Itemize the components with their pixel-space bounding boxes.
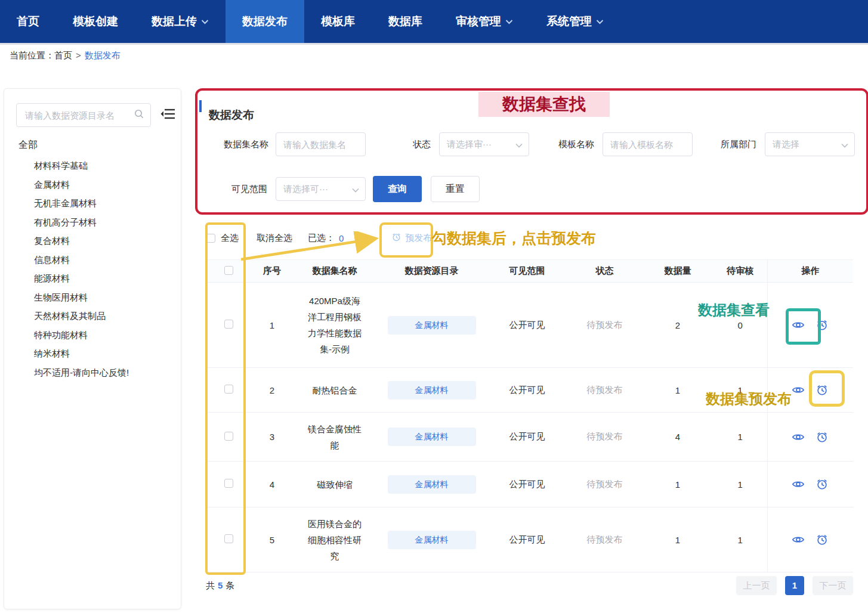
cell-actions [767, 283, 853, 368]
cell-actions [767, 368, 853, 413]
cell-catalog: 金属材料 [376, 368, 487, 413]
total-count-value: 5 [218, 580, 223, 590]
visibility-label: 可见范围 [223, 177, 267, 201]
cell-catalog: 金属材料 [376, 413, 487, 462]
chevron-down-icon [505, 19, 513, 24]
prev-page-button[interactable]: 上一页 [736, 576, 777, 595]
tree-item-all[interactable]: 全部 [18, 139, 181, 151]
alarm-clock-icon [816, 478, 829, 491]
cell-status: 待预发布 [567, 283, 642, 368]
catalog-search-input[interactable] [24, 110, 134, 121]
prerelease-row-button[interactable] [816, 533, 829, 546]
cell-index: 1 [251, 283, 293, 368]
nav-item-data-publish[interactable]: 数据发布 [226, 0, 304, 43]
header-checkbox[interactable] [224, 266, 233, 275]
cell-count: 4 [642, 413, 713, 462]
nav-label: 数据库 [388, 14, 422, 29]
cell-dataset-name: 镁合金腐蚀性能 [293, 413, 376, 462]
nav-item-database[interactable]: 数据库 [372, 0, 439, 43]
tree-item[interactable]: 均不适用-请向中心反馈! [18, 363, 181, 382]
search-button[interactable]: 查询 [373, 176, 422, 202]
catalog-search-box [16, 103, 151, 127]
page-title: 数据发布 [209, 107, 254, 123]
nav-item-review-management[interactable]: 审核管理 [439, 0, 530, 43]
tree-item[interactable]: 纳米材料 [18, 344, 181, 363]
next-page-button[interactable]: 下一页 [813, 576, 853, 595]
row-checkbox[interactable] [224, 479, 233, 488]
nav-item-system-management[interactable]: 系统管理 [530, 0, 620, 43]
alarm-clock-icon [816, 318, 829, 332]
chevron-down-icon [596, 19, 604, 24]
cell-actions [767, 507, 853, 572]
col-header-index: 序号 [251, 260, 293, 283]
catalog-sidebar: 全部 材料科学基础 金属材料 无机非金属材料 有机高分子材料 复合材料 信息材料… [4, 88, 181, 609]
tree-item[interactable]: 无机非金属材料 [18, 194, 181, 213]
tree-item[interactable]: 金属材料 [18, 175, 181, 194]
reset-button[interactable]: 重置 [431, 176, 480, 202]
view-button[interactable] [792, 318, 805, 332]
collapse-tree-icon[interactable] [160, 107, 176, 123]
view-button[interactable] [792, 478, 805, 491]
alarm-clock-icon [816, 431, 829, 444]
cell-index: 4 [251, 462, 293, 507]
prerelease-row-button[interactable] [816, 431, 829, 444]
department-label: 所属部门 [712, 132, 756, 156]
col-header-actions: 操作 [767, 260, 853, 283]
total-count-label: 共5条 [206, 580, 234, 592]
nav-item-template-create[interactable]: 模板创建 [56, 0, 135, 43]
tree-item[interactable]: 信息材料 [18, 250, 181, 270]
tree-item[interactable]: 复合材料 [18, 231, 181, 250]
alarm-clock-icon [816, 383, 829, 397]
pagination: 共5条 上一页 1 下一页 [206, 576, 853, 595]
nav-item-home[interactable]: 首页 [0, 0, 56, 43]
row-checkbox[interactable] [224, 432, 233, 441]
breadcrumb-current[interactable]: 数据发布 [85, 50, 121, 60]
tree-item[interactable]: 生物医用材料 [18, 288, 181, 307]
prerelease-row-button[interactable] [816, 318, 829, 332]
cell-catalog: 金属材料 [376, 507, 487, 572]
view-button[interactable] [792, 533, 805, 546]
tree-item[interactable]: 天然材料及其制品 [18, 306, 181, 326]
nav-item-data-upload[interactable]: 数据上传 [135, 0, 226, 43]
prerelease-button-label: 预发布 [405, 233, 432, 244]
tree-item[interactable]: 特种功能材料 [18, 326, 181, 345]
cell-actions [767, 462, 853, 507]
catalog-tag: 金属材料 [388, 475, 476, 494]
cancel-select-all-button[interactable]: 取消全选 [257, 233, 292, 244]
prerelease-row-button[interactable] [816, 478, 829, 491]
annotation-prerelease-hint-text: 勾数据集后，点击预发布 [432, 228, 596, 248]
cell-status: 待预发布 [567, 413, 642, 462]
row-checkbox[interactable] [224, 534, 233, 543]
row-checkbox[interactable] [224, 320, 233, 329]
prerelease-row-button[interactable] [816, 383, 829, 397]
breadcrumb-home[interactable]: 首页 [54, 50, 72, 60]
tree-item[interactable]: 材料科学基础 [18, 156, 181, 175]
visibility-select[interactable]: 请选择可··· [276, 177, 366, 201]
nav-label: 系统管理 [546, 14, 592, 29]
select-all-checkbox[interactable] [206, 234, 215, 243]
table-row: 2 耐热铝合金 金属材料 公开可见 待预发布 1 1 [206, 368, 853, 413]
template-name-input[interactable] [603, 132, 693, 156]
tree-item[interactable]: 能源材料 [18, 269, 181, 288]
template-name-label: 模板名称 [550, 132, 594, 156]
nav-item-template-library[interactable]: 模板库 [304, 0, 372, 43]
page-number-button[interactable]: 1 [785, 576, 804, 595]
cell-catalog: 金属材料 [376, 462, 487, 507]
view-button[interactable] [792, 383, 805, 397]
cell-status: 待预发布 [567, 462, 642, 507]
col-header-name: 数据集名称 [293, 260, 376, 283]
row-checkbox[interactable] [224, 385, 233, 394]
cell-visibility: 公开可见 [487, 413, 567, 462]
tree-item[interactable]: 有机高分子材料 [18, 213, 181, 232]
chevron-down-icon [841, 140, 848, 150]
catalog-tag: 金属材料 [388, 428, 476, 446]
cell-count: 1 [642, 368, 713, 413]
status-select-placeholder: 请选择审··· [447, 139, 492, 150]
status-select[interactable]: 请选择审··· [439, 132, 529, 156]
view-button[interactable] [792, 431, 805, 444]
prerelease-button[interactable]: 预发布 [391, 232, 432, 244]
dataset-name-input[interactable] [276, 132, 366, 156]
department-select[interactable]: 请选择 [765, 132, 855, 156]
search-icon[interactable] [134, 109, 144, 122]
panel-title-bar [199, 100, 202, 112]
